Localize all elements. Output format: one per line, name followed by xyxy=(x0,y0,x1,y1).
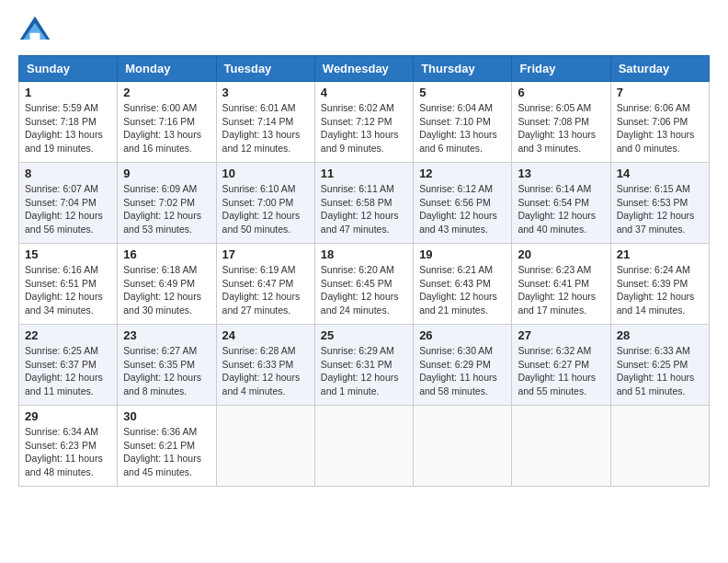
week-row-3: 15Sunrise: 6:16 AMSunset: 6:51 PMDayligh… xyxy=(19,244,710,325)
day-number: 9 xyxy=(123,167,210,180)
day-info: Sunrise: 6:09 AMSunset: 7:02 PMDaylight:… xyxy=(123,182,210,236)
day-number: 28 xyxy=(617,328,703,342)
week-row-1: 1Sunrise: 5:59 AMSunset: 7:18 PMDaylight… xyxy=(19,82,710,163)
calendar-cell: 21Sunrise: 6:24 AMSunset: 6:39 PMDayligh… xyxy=(610,244,709,325)
day-info: Sunrise: 6:14 AMSunset: 6:54 PMDaylight:… xyxy=(518,182,604,236)
day-number: 18 xyxy=(321,247,407,261)
calendar-cell: 20Sunrise: 6:23 AMSunset: 6:41 PMDayligh… xyxy=(512,244,610,325)
day-number: 10 xyxy=(222,167,309,180)
day-info: Sunrise: 6:16 AMSunset: 6:51 PMDaylight:… xyxy=(25,263,111,317)
day-number: 6 xyxy=(518,86,604,99)
calendar-cell: 4Sunrise: 6:02 AMSunset: 7:12 PMDaylight… xyxy=(314,82,413,163)
calendar-cell: 12Sunrise: 6:12 AMSunset: 6:56 PMDayligh… xyxy=(414,163,512,244)
day-info: Sunrise: 6:10 AMSunset: 7:00 PMDaylight:… xyxy=(222,182,309,236)
day-number: 19 xyxy=(419,247,506,261)
calendar-cell: 25Sunrise: 6:29 AMSunset: 6:31 PMDayligh… xyxy=(314,325,413,406)
day-info: Sunrise: 6:30 AMSunset: 6:29 PMDaylight:… xyxy=(419,344,506,398)
day-number: 15 xyxy=(25,247,111,261)
day-number: 25 xyxy=(321,328,407,342)
day-number: 3 xyxy=(222,86,309,99)
day-number: 22 xyxy=(25,328,111,342)
calendar-cell: 7Sunrise: 6:06 AMSunset: 7:06 PMDaylight… xyxy=(610,82,709,163)
day-info: Sunrise: 6:02 AMSunset: 7:12 PMDaylight:… xyxy=(321,101,407,155)
calendar-cell: 8Sunrise: 6:07 AMSunset: 7:04 PMDaylight… xyxy=(19,163,118,244)
calendar-cell: 1Sunrise: 5:59 AMSunset: 7:18 PMDaylight… xyxy=(19,82,118,163)
calendar-cell: 27Sunrise: 6:32 AMSunset: 6:27 PMDayligh… xyxy=(512,325,610,406)
day-info: Sunrise: 6:00 AMSunset: 7:16 PMDaylight:… xyxy=(123,101,210,155)
day-number: 14 xyxy=(617,167,703,180)
calendar-cell: 14Sunrise: 6:15 AMSunset: 6:53 PMDayligh… xyxy=(610,163,709,244)
column-header-tuesday: Tuesday xyxy=(216,56,314,82)
calendar-cell xyxy=(414,406,512,487)
day-number: 27 xyxy=(518,328,604,342)
calendar-cell: 30Sunrise: 6:36 AMSunset: 6:21 PMDayligh… xyxy=(118,406,216,487)
calendar-cell: 23Sunrise: 6:27 AMSunset: 6:35 PMDayligh… xyxy=(118,325,216,406)
header xyxy=(18,15,710,48)
day-info: Sunrise: 6:34 AMSunset: 6:23 PMDaylight:… xyxy=(25,425,111,479)
day-info: Sunrise: 6:07 AMSunset: 7:04 PMDaylight:… xyxy=(25,182,111,236)
calendar-cell: 6Sunrise: 6:05 AMSunset: 7:08 PMDaylight… xyxy=(512,82,610,163)
calendar-cell: 18Sunrise: 6:20 AMSunset: 6:45 PMDayligh… xyxy=(314,244,413,325)
day-number: 29 xyxy=(25,409,111,423)
week-row-2: 8Sunrise: 6:07 AMSunset: 7:04 PMDaylight… xyxy=(19,163,710,244)
day-number: 30 xyxy=(123,409,210,423)
calendar-cell xyxy=(610,406,709,487)
day-info: Sunrise: 6:23 AMSunset: 6:41 PMDaylight:… xyxy=(518,263,604,317)
column-header-monday: Monday xyxy=(118,56,216,82)
day-info: Sunrise: 6:04 AMSunset: 7:10 PMDaylight:… xyxy=(419,101,506,155)
week-row-4: 22Sunrise: 6:25 AMSunset: 6:37 PMDayligh… xyxy=(19,325,710,406)
day-info: Sunrise: 5:59 AMSunset: 7:18 PMDaylight:… xyxy=(25,101,111,155)
calendar-header-row: SundayMondayTuesdayWednesdayThursdayFrid… xyxy=(19,56,710,82)
calendar-cell: 3Sunrise: 6:01 AMSunset: 7:14 PMDaylight… xyxy=(216,82,314,163)
calendar-cell: 11Sunrise: 6:11 AMSunset: 6:58 PMDayligh… xyxy=(314,163,413,244)
day-number: 8 xyxy=(25,167,111,180)
day-number: 23 xyxy=(123,328,210,342)
calendar-cell: 17Sunrise: 6:19 AMSunset: 6:47 PMDayligh… xyxy=(216,244,314,325)
calendar-cell: 5Sunrise: 6:04 AMSunset: 7:10 PMDaylight… xyxy=(414,82,512,163)
day-number: 1 xyxy=(25,86,111,99)
calendar-cell: 16Sunrise: 6:18 AMSunset: 6:49 PMDayligh… xyxy=(118,244,216,325)
column-header-thursday: Thursday xyxy=(414,56,512,82)
day-info: Sunrise: 6:29 AMSunset: 6:31 PMDaylight:… xyxy=(321,344,407,398)
day-number: 11 xyxy=(321,167,407,180)
day-info: Sunrise: 6:33 AMSunset: 6:25 PMDaylight:… xyxy=(617,344,703,398)
day-info: Sunrise: 6:12 AMSunset: 6:56 PMDaylight:… xyxy=(419,182,506,236)
calendar-cell: 15Sunrise: 6:16 AMSunset: 6:51 PMDayligh… xyxy=(19,244,118,325)
day-info: Sunrise: 6:28 AMSunset: 6:33 PMDaylight:… xyxy=(222,344,309,398)
day-info: Sunrise: 6:25 AMSunset: 6:37 PMDaylight:… xyxy=(25,344,111,398)
day-info: Sunrise: 6:15 AMSunset: 6:53 PMDaylight:… xyxy=(617,182,703,236)
day-info: Sunrise: 6:01 AMSunset: 7:14 PMDaylight:… xyxy=(222,101,309,155)
calendar-cell: 24Sunrise: 6:28 AMSunset: 6:33 PMDayligh… xyxy=(216,325,314,406)
calendar: SundayMondayTuesdayWednesdayThursdayFrid… xyxy=(18,55,710,487)
column-header-sunday: Sunday xyxy=(19,56,118,82)
day-info: Sunrise: 6:18 AMSunset: 6:49 PMDaylight:… xyxy=(123,263,210,317)
day-number: 12 xyxy=(419,167,506,180)
day-info: Sunrise: 6:32 AMSunset: 6:27 PMDaylight:… xyxy=(518,344,604,398)
calendar-cell: 2Sunrise: 6:00 AMSunset: 7:16 PMDaylight… xyxy=(118,82,216,163)
day-number: 2 xyxy=(123,86,210,99)
svg-rect-2 xyxy=(30,33,40,40)
calendar-cell: 19Sunrise: 6:21 AMSunset: 6:43 PMDayligh… xyxy=(414,244,512,325)
calendar-cell: 29Sunrise: 6:34 AMSunset: 6:23 PMDayligh… xyxy=(19,406,118,487)
column-header-saturday: Saturday xyxy=(610,56,709,82)
day-info: Sunrise: 6:19 AMSunset: 6:47 PMDaylight:… xyxy=(222,263,309,317)
day-number: 21 xyxy=(617,247,703,261)
calendar-cell: 26Sunrise: 6:30 AMSunset: 6:29 PMDayligh… xyxy=(414,325,512,406)
calendar-cell xyxy=(512,406,610,487)
calendar-cell xyxy=(314,406,413,487)
day-number: 5 xyxy=(419,86,506,99)
day-info: Sunrise: 6:21 AMSunset: 6:43 PMDaylight:… xyxy=(419,263,506,317)
day-info: Sunrise: 6:05 AMSunset: 7:08 PMDaylight:… xyxy=(518,101,604,155)
calendar-cell xyxy=(216,406,314,487)
day-number: 24 xyxy=(222,328,309,342)
calendar-cell: 9Sunrise: 6:09 AMSunset: 7:02 PMDaylight… xyxy=(118,163,216,244)
day-info: Sunrise: 6:36 AMSunset: 6:21 PMDaylight:… xyxy=(123,425,210,479)
day-number: 16 xyxy=(123,247,210,261)
calendar-cell: 22Sunrise: 6:25 AMSunset: 6:37 PMDayligh… xyxy=(19,325,118,406)
day-number: 7 xyxy=(617,86,703,99)
day-info: Sunrise: 6:27 AMSunset: 6:35 PMDaylight:… xyxy=(123,344,210,398)
day-number: 13 xyxy=(518,167,604,180)
calendar-cell: 28Sunrise: 6:33 AMSunset: 6:25 PMDayligh… xyxy=(610,325,709,406)
column-header-wednesday: Wednesday xyxy=(314,56,413,82)
day-info: Sunrise: 6:11 AMSunset: 6:58 PMDaylight:… xyxy=(321,182,407,236)
